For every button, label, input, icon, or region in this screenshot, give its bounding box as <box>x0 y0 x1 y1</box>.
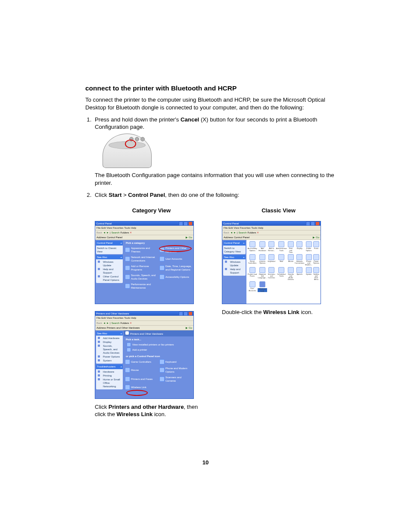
category-caption: Click Printers and other Hardware, then … <box>95 403 208 418</box>
window-controls-icon <box>306 221 320 226</box>
screenshot-control-panel-classic: Control Panel File Edit View Favorites T… <box>222 221 321 304</box>
intro-paragraph: To connect the printer to the computer u… <box>85 96 335 112</box>
screenshot-control-panel-category: Control Panel File Edit View Favorites T… <box>95 221 194 304</box>
printer-figure <box>103 134 335 167</box>
window-controls-icon <box>179 311 193 316</box>
section-heading: connect to the printer with Bluetooth an… <box>85 84 335 93</box>
screenshot-printers-hardware: Printers and Other Hardware File Edit Vi… <box>95 311 194 398</box>
category-grid: Appearance and Themes Printers and Other… <box>125 246 192 290</box>
toolbar: Back◄ ►|SearchFolders✕ <box>95 230 193 235</box>
step-2: Click Start > Control Panel, then do one… <box>93 191 335 418</box>
highlight-ring-icon <box>126 390 148 396</box>
category-view-heading: Category View <box>95 207 208 215</box>
classic-view-heading: Classic View <box>222 207 335 215</box>
step1-note: The Bluetooth Configuration page contain… <box>95 171 335 187</box>
page-number: 10 <box>0 459 411 467</box>
classic-caption: Double-click the Wireless Link icon. <box>222 308 335 316</box>
classic-icon-grid: Accessibility OptionsAdd HardwareAdd or … <box>248 241 319 292</box>
step-1: Press and hold down the printer's Cancel… <box>93 116 335 187</box>
window-controls-icon <box>179 221 193 226</box>
cancel-bold: Cancel <box>181 116 199 123</box>
